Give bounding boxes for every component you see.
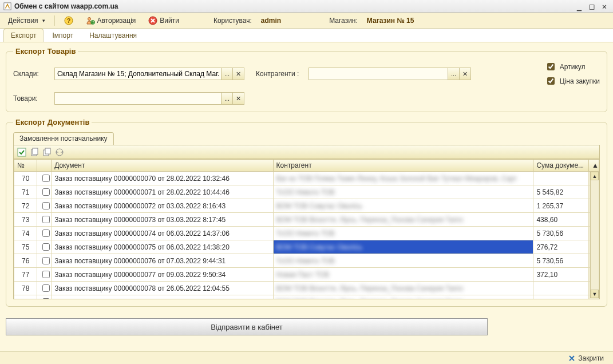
row-checkbox[interactable] <box>42 298 50 299</box>
close-icon <box>568 355 575 362</box>
stores-browse-button[interactable]: ... <box>222 68 233 80</box>
table-row[interactable]: 75Заказ поставщику 00000000075 от 06.03.… <box>14 240 599 254</box>
grid-select-all-icon[interactable] <box>17 148 26 157</box>
chk-price[interactable]: Ціна закупки <box>545 76 600 86</box>
row-checkbox[interactable] <box>42 188 50 196</box>
cell-kontr: Ваг-ко ТОВ Пляма Тюме-Ліннку, Коша Золск… <box>273 172 533 185</box>
close-button[interactable]: Закрити <box>564 353 608 363</box>
app-icon <box>3 2 11 10</box>
cell-sum: 1 265,37 <box>533 199 589 213</box>
row-checkbox[interactable] <box>42 271 50 278</box>
doc-table: № Документ Контрагент Сума докуме... ▲ 7… <box>14 159 599 299</box>
row-checkbox[interactable] <box>42 257 50 264</box>
help-button[interactable]: ? <box>61 15 77 26</box>
cell-check[interactable] <box>37 268 52 282</box>
row-checkbox[interactable] <box>42 202 50 209</box>
cell-check[interactable] <box>37 295 52 300</box>
cell-sum: 5 730,56 <box>533 254 589 268</box>
chk-artikul[interactable]: Артикул <box>545 61 600 72</box>
cell-doc: Заказ поставщику 00000000072 от 03.03.20… <box>52 199 273 213</box>
grid-copy2-icon[interactable] <box>42 148 52 157</box>
window-title: Обмен с сайтом waapp.com.ua <box>14 2 572 10</box>
table-row[interactable]: 77Заказ поставщику 00000000077 от 09.03.… <box>14 268 599 282</box>
contr-input[interactable] <box>309 68 448 80</box>
cell-check[interactable] <box>37 185 52 199</box>
cell-check[interactable] <box>37 282 52 295</box>
table-row[interactable]: 73Заказ поставщику 00000000073 от 03.03.… <box>14 213 599 227</box>
cell-check[interactable] <box>37 199 52 213</box>
toolbar: Действия ▾ ? Авторизація Вийти Користува… <box>0 13 613 29</box>
row-checkbox[interactable] <box>42 230 50 237</box>
col-doc[interactable]: Документ <box>52 160 273 172</box>
maximize-button[interactable]: □ <box>587 2 597 10</box>
cell-sum: 5 730,56 <box>533 227 589 240</box>
vertical-scrollbar[interactable]: ▲ ▼ <box>590 172 599 298</box>
tab-settings[interactable]: Налаштування <box>82 29 144 42</box>
cell-check[interactable] <box>37 254 52 268</box>
cell-num: 79 <box>14 295 37 300</box>
chk-artikul-box[interactable] <box>547 63 555 70</box>
exit-button[interactable]: Вийти <box>145 15 183 26</box>
main-tabs: Експорт Імпорт Налаштування <box>0 29 613 42</box>
row-checkbox[interactable] <box>42 175 50 182</box>
cell-sum: 5 545,82 <box>533 185 589 199</box>
auth-icon <box>86 16 95 25</box>
cell-kontr: ВОМ ТОВ Віскоття, Лірсь, Перенза_Похова … <box>273 282 533 295</box>
svg-rect-10 <box>45 148 50 154</box>
col-num[interactable]: № <box>14 160 37 172</box>
send-to-cabinet-button[interactable]: Відправити в кабінет <box>6 318 488 335</box>
row-checkbox[interactable] <box>42 216 50 223</box>
cell-check[interactable] <box>37 172 52 185</box>
table-row[interactable]: 76Заказ поставщику 00000000076 от 07.03.… <box>14 254 599 268</box>
cell-sum: 276,72 <box>533 240 589 254</box>
goods-browse-button[interactable]: ... <box>222 92 233 105</box>
scroll-down-icon[interactable]: ▼ <box>591 290 599 298</box>
minimize-button[interactable]: _ <box>574 2 584 10</box>
export-goods-legend: Експорт Товарів <box>13 47 78 56</box>
cell-num: 71 <box>14 185 37 199</box>
goods-clear-button[interactable]: ✕ <box>233 92 244 105</box>
col-kontr[interactable]: Контрагент <box>273 160 533 172</box>
stores-input[interactable] <box>54 68 222 80</box>
contr-browse-button[interactable]: ... <box>448 68 460 80</box>
contr-clear-button[interactable]: ✕ <box>460 68 471 80</box>
table-row[interactable]: 72Заказ поставщику 00000000072 от 03.03.… <box>14 199 599 213</box>
export-checks: Артикул Ціна закупки <box>545 61 600 86</box>
cell-doc: Заказ поставщику 00000000075 от 06.03.20… <box>52 240 273 254</box>
table-row[interactable]: 74Заказ поставщику 00000000074 от 06.03.… <box>14 227 599 240</box>
cell-check[interactable] <box>37 240 52 254</box>
dropdown-arrow-icon: ▾ <box>42 18 45 23</box>
scroll-up-icon[interactable]: ▲ <box>591 172 599 180</box>
auth-button[interactable]: Авторизація <box>82 15 140 26</box>
grid-expand-icon[interactable] <box>55 148 64 157</box>
row-checkbox[interactable] <box>42 284 50 292</box>
actions-menu[interactable]: Действия ▾ <box>5 15 49 26</box>
table-row[interactable]: 78Заказ поставщику 00000000078 от 26.05.… <box>14 282 599 295</box>
tab-import[interactable]: Імпорт <box>45 29 81 42</box>
main-area: Експорт Товарів Склади: ... ✕ Контрагент… <box>0 42 613 351</box>
store-label: Магазин: <box>329 17 358 25</box>
chk-price-box[interactable] <box>547 77 555 85</box>
contr-label: Контрагенти : <box>256 70 309 78</box>
export-docs-group: Експорт Документів Замовлення постачальн… <box>6 118 607 307</box>
row-checkbox[interactable] <box>42 243 50 251</box>
cell-check[interactable] <box>37 213 52 227</box>
stores-clear-button[interactable]: ✕ <box>233 68 244 80</box>
exit-icon <box>148 16 157 25</box>
table-row[interactable]: 71Заказ поставщику 00000000071 от 28.02.… <box>14 185 599 199</box>
cell-check[interactable] <box>37 227 52 240</box>
close-window-button[interactable]: ✕ <box>599 2 610 10</box>
goods-input[interactable] <box>54 92 222 105</box>
table-row[interactable]: 79Заказ поставщику 00000000079 от 26.05.… <box>14 295 599 300</box>
col-check[interactable] <box>37 160 52 172</box>
cell-num: 72 <box>14 199 37 213</box>
tab-export[interactable]: Експорт <box>3 29 43 42</box>
cell-sum: 372,10 <box>533 268 589 282</box>
table-row[interactable]: 70Заказ поставщику 00000000070 от 28.02.… <box>14 172 599 185</box>
col-sum[interactable]: Сума докуме... <box>533 160 589 172</box>
doc-grid[interactable]: № Документ Контрагент Сума докуме... ▲ 7… <box>13 159 600 299</box>
grid-copy-icon[interactable] <box>30 148 39 157</box>
subtab-supplier-order[interactable]: Замовлення постачальнику <box>13 132 114 145</box>
goods-label: Товари: <box>13 94 54 102</box>
export-docs-legend: Експорт Документів <box>13 118 92 126</box>
